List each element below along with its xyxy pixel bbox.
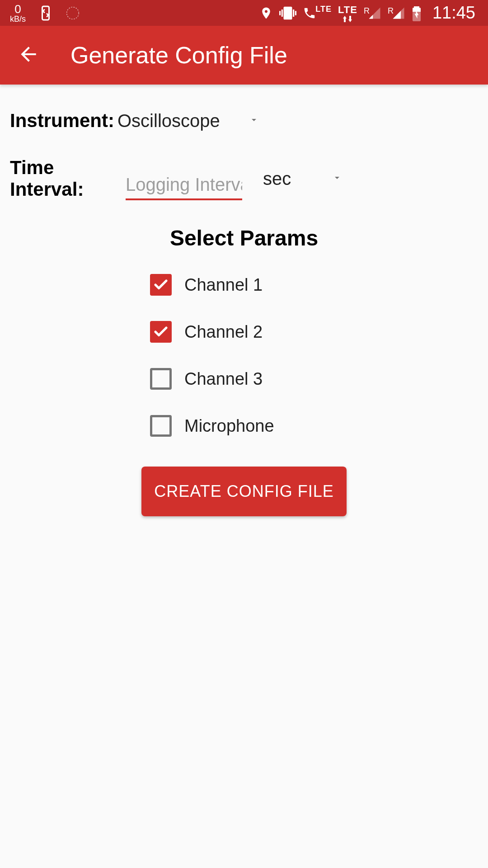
unit-dropdown[interactable]: sec (263, 169, 343, 189)
sync-phone-icon (38, 5, 54, 21)
signal-1-icon (368, 6, 381, 20)
status-left: 0 kB/s (10, 3, 80, 23)
vibrate-icon (279, 5, 296, 22)
status-clock: 11:45 (432, 3, 475, 23)
checkbox-channel-2[interactable] (150, 321, 172, 343)
param-checkbox-row[interactable]: Channel 1 (150, 274, 263, 296)
instrument-value: Oscilloscope (117, 111, 220, 131)
data-rate-value: 0 (14, 3, 21, 15)
back-arrow-icon[interactable] (17, 43, 40, 67)
checkbox-channel-1[interactable] (150, 274, 172, 296)
signal-1-group: R (364, 6, 381, 20)
unit-value: sec (263, 169, 291, 189)
status-bar: 0 kB/s L (0, 0, 488, 26)
lte-indicator: LTE (338, 4, 357, 22)
data-arrows-icon (342, 16, 353, 22)
checkbox-label: Channel 1 (184, 275, 263, 295)
volte-phone-icon: LTE (303, 6, 332, 20)
instrument-dropdown[interactable]: Oscilloscope (115, 111, 259, 131)
location-icon (259, 6, 273, 20)
interval-label: Time Interval: (10, 157, 126, 200)
status-right: LTE LTE R R (259, 3, 475, 23)
param-checkbox-row[interactable]: Microphone (150, 415, 274, 437)
param-checkbox-row[interactable]: Channel 2 (150, 321, 263, 343)
instrument-label: Instrument: (10, 110, 115, 132)
instrument-row: Instrument: Oscilloscope (10, 110, 478, 132)
signal-2-group: R (388, 6, 405, 20)
checkbox-microphone[interactable] (150, 415, 172, 437)
page-title: Generate Config File (70, 42, 287, 69)
logging-interval-input[interactable] (126, 173, 242, 200)
create-config-button[interactable]: CREATE CONFIG FILE (141, 467, 346, 516)
signal-2-icon (392, 6, 405, 20)
interval-row: Time Interval: sec (10, 157, 478, 200)
checkbox-channel-3[interactable] (150, 368, 172, 390)
params-heading: Select Params (10, 226, 478, 250)
checkbox-label: Microphone (184, 416, 274, 436)
data-rate-unit: kB/s (10, 15, 26, 23)
lte-label-1: LTE (315, 5, 332, 14)
chevron-down-icon (332, 172, 343, 185)
svg-rect-0 (42, 6, 49, 20)
checkbox-label: Channel 2 (184, 322, 263, 342)
data-rate-indicator: 0 kB/s (10, 3, 26, 23)
chevron-down-icon (249, 114, 259, 127)
loading-spinner-icon (66, 6, 80, 20)
params-list: Channel 1 Channel 2 Channel 3 Microphone (10, 274, 478, 437)
param-checkbox-row[interactable]: Channel 3 (150, 368, 263, 390)
checkbox-label: Channel 3 (184, 369, 263, 389)
content-area: Instrument: Oscilloscope Time Interval: … (0, 85, 488, 516)
app-bar: Generate Config File (0, 26, 488, 85)
lte-label-2: LTE (338, 4, 357, 16)
battery-charging-icon (412, 5, 422, 21)
svg-point-1 (67, 7, 79, 19)
